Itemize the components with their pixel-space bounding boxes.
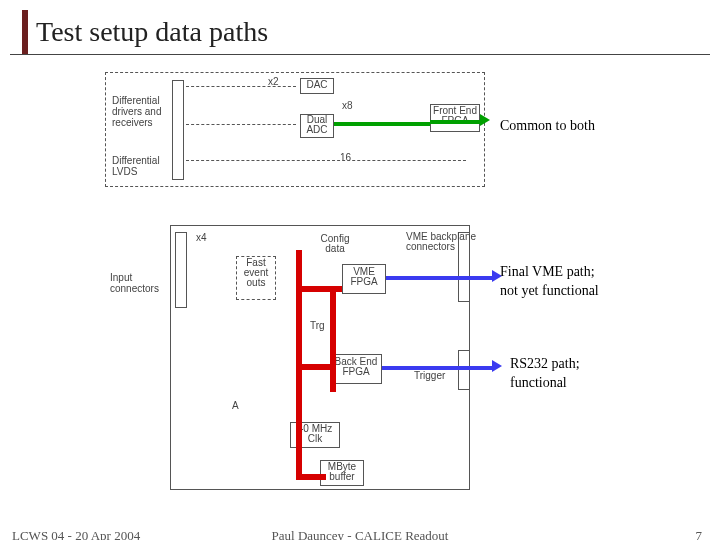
label-x8: x8 (342, 100, 353, 111)
title-rule (10, 54, 710, 55)
label-a: A (232, 400, 239, 411)
slide-title: Test setup data paths (22, 10, 268, 54)
path-red-h2 (296, 364, 336, 370)
footer-left: LCWS 04 - 20 Apr 2004 (12, 528, 140, 540)
label-trigger: Trigger (414, 370, 445, 381)
footer-right: 7 (696, 528, 703, 540)
arrow-green-top (334, 122, 430, 126)
label-input-conn: Input connectors (110, 272, 165, 294)
label-fast-event: Fast event outs (236, 258, 276, 288)
label-back-fpga: Back End FPGA (330, 357, 382, 377)
arrow-green-common (480, 114, 490, 126)
annot-rs232-line1: RS232 path; (510, 356, 580, 371)
path-green-ext (430, 120, 480, 124)
label-vme-back: VME backplane connectors (406, 232, 496, 252)
label-config-data: Config data (314, 234, 356, 254)
title-accent (22, 10, 28, 54)
board-group (170, 225, 470, 490)
label-x4: x4 (196, 232, 207, 243)
annot-rs232: RS232 path; functional (510, 356, 580, 392)
label-diff-drivers: Differential drivers and receivers (112, 95, 170, 128)
label-trg: Trg (310, 320, 325, 331)
annot-vme-line1: Final VME path; (500, 264, 595, 279)
label-vme-fpga: VME FPGA (342, 267, 386, 287)
label-dac: DAC (300, 79, 334, 90)
dashline-3 (186, 160, 466, 161)
path-blue-vme (386, 276, 492, 280)
annot-vme: Final VME path; not yet functional (500, 264, 599, 300)
label-diff-lvds: Differential LVDS (112, 155, 170, 177)
box-driver-bar (172, 80, 184, 180)
annot-rs232-line2: functional (510, 375, 580, 392)
label-dual-adc: Dual ADC (300, 115, 334, 135)
annot-common-text: Common to both (500, 118, 595, 133)
arrow-blue-rs232 (492, 360, 502, 372)
path-red-h1 (296, 286, 342, 292)
dashline-2 (186, 124, 296, 125)
box-input-conn (175, 232, 187, 308)
dashline-1 (186, 86, 296, 87)
path-red-h3 (296, 474, 326, 480)
footer-center: Paul Dauncey - CALICE Readout (272, 528, 449, 540)
annot-vme-line2: not yet functional (500, 283, 599, 300)
annot-common: Common to both (500, 118, 595, 135)
path-blue-rs232 (382, 366, 492, 370)
path-red-vert-2 (330, 292, 336, 392)
label-mbuf: MByte buffer (320, 462, 364, 482)
box-trigger (458, 350, 470, 390)
slide-title-bar: Test setup data paths (22, 10, 268, 54)
label-sixteen: 16 (340, 152, 351, 163)
